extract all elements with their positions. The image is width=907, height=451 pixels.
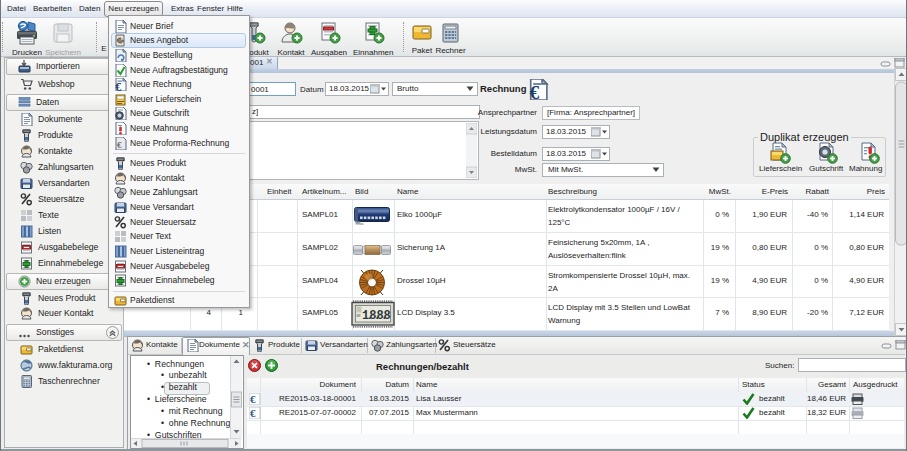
svg-text:1888: 1888	[362, 309, 391, 323]
svg-text:€: €	[250, 407, 256, 419]
svg-text:€: €	[250, 393, 256, 405]
